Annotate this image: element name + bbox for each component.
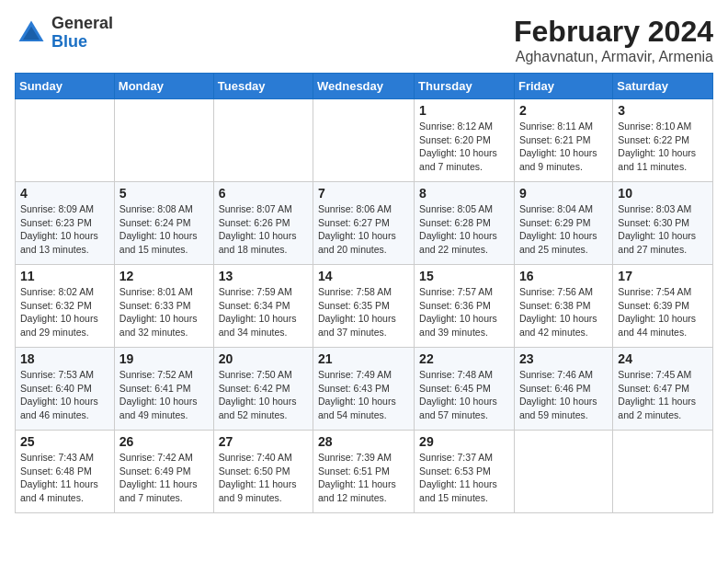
day-info: Sunrise: 8:06 AM Sunset: 6:27 PM Dayligh… (318, 202, 409, 257)
calendar-cell (114, 99, 213, 182)
day-of-week-header: Tuesday (213, 74, 313, 99)
day-info: Sunrise: 8:12 AM Sunset: 6:20 PM Dayligh… (419, 120, 509, 174)
calendar-cell (16, 99, 115, 182)
calendar-cell: 7Sunrise: 8:06 AM Sunset: 6:27 PM Daylig… (313, 182, 415, 265)
logo-text: General Blue (51, 15, 113, 52)
day-of-week-header: Monday (114, 74, 213, 99)
day-of-week-header: Friday (514, 74, 612, 99)
day-info: Sunrise: 8:08 AM Sunset: 6:24 PM Dayligh… (119, 202, 209, 257)
calendar-cell: 23Sunrise: 7:46 AM Sunset: 6:46 PM Dayli… (514, 348, 612, 431)
calendar-cell: 25Sunrise: 7:43 AM Sunset: 6:48 PM Dayli… (16, 431, 115, 513)
calendar-week-row: 18Sunrise: 7:53 AM Sunset: 6:40 PM Dayli… (16, 348, 713, 431)
day-info: Sunrise: 7:56 AM Sunset: 6:38 PM Dayligh… (519, 285, 608, 339)
day-info: Sunrise: 7:53 AM Sunset: 6:40 PM Dayligh… (20, 368, 109, 422)
day-info: Sunrise: 7:42 AM Sunset: 6:49 PM Dayligh… (119, 451, 209, 505)
calendar-cell (613, 431, 713, 513)
calendar-cell: 16Sunrise: 7:56 AM Sunset: 6:38 PM Dayli… (514, 265, 612, 348)
day-number: 16 (519, 269, 608, 283)
day-info: Sunrise: 8:11 AM Sunset: 6:21 PM Dayligh… (519, 120, 608, 174)
calendar-week-row: 25Sunrise: 7:43 AM Sunset: 6:48 PM Dayli… (16, 431, 713, 513)
day-info: Sunrise: 8:05 AM Sunset: 6:28 PM Dayligh… (419, 202, 509, 257)
calendar-cell: 18Sunrise: 7:53 AM Sunset: 6:40 PM Dayli… (16, 348, 115, 431)
day-number: 5 (119, 186, 209, 201)
day-number: 3 (618, 103, 708, 118)
day-number: 15 (419, 269, 509, 283)
calendar-week-row: 4Sunrise: 8:09 AM Sunset: 6:23 PM Daylig… (16, 182, 713, 265)
day-info: Sunrise: 7:43 AM Sunset: 6:48 PM Dayligh… (20, 451, 109, 505)
calendar-cell: 4Sunrise: 8:09 AM Sunset: 6:23 PM Daylig… (16, 182, 115, 265)
day-info: Sunrise: 7:37 AM Sunset: 6:53 PM Dayligh… (419, 451, 509, 505)
calendar-header-row: SundayMondayTuesdayWednesdayThursdayFrid… (16, 74, 713, 99)
day-of-week-header: Sunday (16, 74, 115, 99)
calendar-cell (213, 99, 313, 182)
calendar-cell: 22Sunrise: 7:48 AM Sunset: 6:45 PM Dayli… (415, 348, 515, 431)
calendar-cell: 19Sunrise: 7:52 AM Sunset: 6:41 PM Dayli… (114, 348, 213, 431)
day-info: Sunrise: 8:04 AM Sunset: 6:29 PM Dayligh… (519, 202, 608, 257)
calendar-table: SundayMondayTuesdayWednesdayThursdayFrid… (15, 73, 713, 513)
logo-general-text: General (51, 15, 113, 33)
day-info: Sunrise: 8:01 AM Sunset: 6:33 PM Dayligh… (119, 285, 209, 339)
day-number: 27 (219, 434, 308, 449)
day-number: 19 (119, 351, 209, 366)
day-info: Sunrise: 8:03 AM Sunset: 6:30 PM Dayligh… (618, 202, 708, 257)
calendar-cell: 13Sunrise: 7:59 AM Sunset: 6:34 PM Dayli… (213, 265, 313, 348)
day-info: Sunrise: 7:49 AM Sunset: 6:43 PM Dayligh… (318, 368, 409, 422)
day-number: 24 (618, 351, 708, 366)
calendar-cell: 21Sunrise: 7:49 AM Sunset: 6:43 PM Dayli… (313, 348, 415, 431)
calendar-week-row: 11Sunrise: 8:02 AM Sunset: 6:32 PM Dayli… (16, 265, 713, 348)
page-header: General Blue February 2024 Aghavnatun, A… (15, 15, 713, 65)
calendar-cell: 10Sunrise: 8:03 AM Sunset: 6:30 PM Dayli… (613, 182, 713, 265)
calendar-cell: 5Sunrise: 8:08 AM Sunset: 6:24 PM Daylig… (114, 182, 213, 265)
day-number: 2 (519, 103, 608, 118)
day-number: 23 (519, 351, 608, 366)
day-number: 14 (318, 269, 409, 283)
logo-icon (15, 17, 48, 50)
calendar-cell: 1Sunrise: 8:12 AM Sunset: 6:20 PM Daylig… (415, 99, 515, 182)
calendar-cell: 2Sunrise: 8:11 AM Sunset: 6:21 PM Daylig… (514, 99, 612, 182)
location-title: Aghavnatun, Armavir, Armenia (514, 49, 713, 65)
day-number: 4 (20, 186, 109, 201)
day-info: Sunrise: 8:02 AM Sunset: 6:32 PM Dayligh… (20, 285, 109, 339)
day-info: Sunrise: 8:10 AM Sunset: 6:22 PM Dayligh… (618, 120, 708, 174)
calendar-cell: 28Sunrise: 7:39 AM Sunset: 6:51 PM Dayli… (313, 431, 415, 513)
logo: General Blue (15, 15, 113, 52)
day-number: 1 (419, 103, 509, 118)
calendar-cell: 20Sunrise: 7:50 AM Sunset: 6:42 PM Dayli… (213, 348, 313, 431)
day-number: 25 (20, 434, 109, 449)
day-info: Sunrise: 7:45 AM Sunset: 6:47 PM Dayligh… (618, 368, 708, 422)
day-number: 11 (20, 269, 109, 283)
calendar-cell (514, 431, 612, 513)
day-info: Sunrise: 7:48 AM Sunset: 6:45 PM Dayligh… (419, 368, 509, 422)
day-of-week-header: Saturday (613, 74, 713, 99)
day-info: Sunrise: 7:58 AM Sunset: 6:35 PM Dayligh… (318, 285, 409, 339)
day-number: 26 (119, 434, 209, 449)
day-number: 7 (318, 186, 409, 201)
day-number: 28 (318, 434, 409, 449)
calendar-cell: 15Sunrise: 7:57 AM Sunset: 6:36 PM Dayli… (415, 265, 515, 348)
day-info: Sunrise: 7:54 AM Sunset: 6:39 PM Dayligh… (618, 285, 708, 339)
title-area: February 2024 Aghavnatun, Armavir, Armen… (514, 15, 713, 65)
day-info: Sunrise: 8:09 AM Sunset: 6:23 PM Dayligh… (20, 202, 109, 257)
month-title: February 2024 (514, 15, 713, 49)
day-number: 9 (519, 186, 608, 201)
day-of-week-header: Thursday (415, 74, 515, 99)
logo-blue-text: Blue (51, 33, 113, 52)
day-number: 13 (219, 269, 308, 283)
calendar-cell: 26Sunrise: 7:42 AM Sunset: 6:49 PM Dayli… (114, 431, 213, 513)
calendar-cell: 27Sunrise: 7:40 AM Sunset: 6:50 PM Dayli… (213, 431, 313, 513)
calendar-cell: 24Sunrise: 7:45 AM Sunset: 6:47 PM Dayli… (613, 348, 713, 431)
day-number: 8 (419, 186, 509, 201)
calendar-week-row: 1Sunrise: 8:12 AM Sunset: 6:20 PM Daylig… (16, 99, 713, 182)
day-number: 17 (618, 269, 708, 283)
day-number: 22 (419, 351, 509, 366)
day-info: Sunrise: 7:50 AM Sunset: 6:42 PM Dayligh… (219, 368, 308, 422)
day-number: 18 (20, 351, 109, 366)
calendar-cell (313, 99, 415, 182)
day-number: 6 (219, 186, 308, 201)
day-number: 12 (119, 269, 209, 283)
calendar-cell: 3Sunrise: 8:10 AM Sunset: 6:22 PM Daylig… (613, 99, 713, 182)
calendar-cell: 6Sunrise: 8:07 AM Sunset: 6:26 PM Daylig… (213, 182, 313, 265)
calendar-cell: 8Sunrise: 8:05 AM Sunset: 6:28 PM Daylig… (415, 182, 515, 265)
day-info: Sunrise: 7:57 AM Sunset: 6:36 PM Dayligh… (419, 285, 509, 339)
day-info: Sunrise: 7:59 AM Sunset: 6:34 PM Dayligh… (219, 285, 308, 339)
